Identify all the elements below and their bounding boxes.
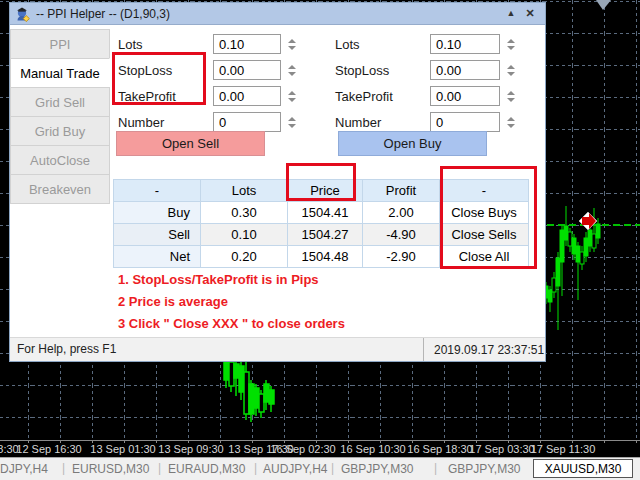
spinner-up-icon[interactable] — [288, 65, 296, 69]
window-title: -- PPI Helper -- (D1,90,3) — [36, 7, 170, 21]
note-close-orders: 3 Click " Close XXX " to close orders — [118, 316, 345, 331]
spinner-up-icon[interactable] — [507, 65, 515, 69]
sell-lots-label: Lots — [118, 37, 143, 52]
net-row-label: Net — [114, 246, 201, 268]
open-buy-button[interactable]: Open Buy — [338, 131, 487, 156]
spinner-down-icon[interactable] — [507, 72, 515, 76]
tab-separator: | — [158, 461, 161, 475]
symbol-tab-bar: DJPY,H4 | EURUSD,M30 | EURAUD,M30 | AUDJ… — [0, 457, 640, 480]
axis-tick-label: 17 Sep 11:30 — [531, 443, 596, 455]
sidebar-item-ppi[interactable]: PPI — [10, 29, 110, 59]
header-side: - — [114, 180, 201, 202]
sidebar-item-manual-trade[interactable]: Manual Trade — [10, 58, 110, 88]
buy-lots-value: 0.30 — [201, 202, 288, 224]
buy-stoploss-input[interactable] — [430, 60, 500, 80]
note-price-average: 2 Price is average — [118, 294, 228, 309]
symbol-tab-audjpy-h4[interactable]: AUDJPY,H4 — [263, 462, 327, 476]
spinner-up-icon[interactable] — [507, 117, 515, 121]
symbol-tab-djpy-h4[interactable]: DJPY,H4 — [0, 462, 48, 476]
buy-row-label: Buy — [114, 202, 201, 224]
symbol-tab-eurusd-m30[interactable]: EURUSD,M30 — [72, 462, 149, 476]
status-bar: For Help, press F1 2019.09.17 23:37:51 — [10, 337, 545, 361]
sell-number-stepper[interactable] — [286, 112, 298, 132]
buy-lots-input[interactable] — [430, 34, 500, 54]
sell-takeprofit-input[interactable] — [213, 86, 281, 106]
buy-stoploss-stepper[interactable] — [505, 60, 517, 80]
sell-profit-value: -4.90 — [363, 224, 440, 246]
tab-separator: | — [331, 461, 334, 475]
net-price-value: 1504.48 — [288, 246, 363, 268]
axis-tick-label: 16 Sep 18:30 — [407, 443, 472, 455]
axis-tick-label: 16 Sep 02:30 — [270, 443, 335, 455]
axis-tick-label: 16 Sep 10:30 — [340, 443, 405, 455]
sell-takeprofit-stepper[interactable] — [286, 86, 298, 106]
axis-tick-label: 17 Sep 03:30 — [469, 443, 534, 455]
close-buys-button[interactable]: Close Buys — [440, 202, 529, 224]
sidebar-item-breakeven[interactable]: Breakeven — [10, 174, 110, 204]
axis-tick-label: 13 Sep 09:30 — [158, 443, 223, 455]
buy-takeprofit-input[interactable] — [430, 86, 500, 106]
sell-row-label: Sell — [114, 224, 201, 246]
buy-number-label: Number — [335, 115, 381, 130]
symbol-tab-gbpjpy-m30[interactable]: GBPJPY,M30 — [341, 462, 413, 476]
header-profit: Profit — [363, 180, 440, 202]
note-stoploss-pips: 1. StopLoss/TakeProfit is in Pips — [118, 272, 319, 287]
sell-lots-stepper[interactable] — [286, 34, 298, 54]
spinner-down-icon[interactable] — [507, 124, 515, 128]
sell-number-input[interactable] — [213, 112, 281, 132]
sell-stoploss-input[interactable] — [213, 60, 281, 80]
minimize-button[interactable]: ▲ — [503, 5, 519, 21]
axis-tick-label: 12 Sep 16:30 — [16, 443, 81, 455]
sidebar-item-grid-buy[interactable]: Grid Buy — [10, 116, 110, 146]
net-profit-value: -2.90 — [363, 246, 440, 268]
spinner-up-icon[interactable] — [288, 91, 296, 95]
sell-stoploss-label: StopLoss — [118, 63, 172, 78]
symbol-tab-xauusd-m30-active[interactable]: XAUUSD,M30 — [533, 459, 633, 478]
spinner-up-icon[interactable] — [507, 91, 515, 95]
spinner-up-icon[interactable] — [507, 39, 515, 43]
help-status-text: For Help, press F1 — [17, 342, 116, 356]
tab-separator: | — [254, 461, 257, 475]
spinner-down-icon[interactable] — [288, 124, 296, 128]
close-sells-button[interactable]: Close Sells — [440, 224, 529, 246]
buy-takeprofit-label: TakeProfit — [335, 89, 393, 104]
header-lots: Lots — [201, 180, 288, 202]
spinner-down-icon[interactable] — [288, 72, 296, 76]
symbol-tab-gbpjpy-m30-2[interactable]: GBPJPY,M30 — [448, 462, 520, 476]
tab-separator: | — [62, 461, 65, 475]
sell-lots-input[interactable] — [213, 34, 281, 54]
ppi-helper-window: -- PPI Helper -- (D1,90,3) ▲ ✕ PPI Manua… — [9, 2, 546, 362]
buy-profit-value: 2.00 — [363, 202, 440, 224]
sidebar-item-autoclose[interactable]: AutoClose — [10, 145, 110, 175]
buy-number-stepper[interactable] — [505, 112, 517, 132]
buy-lots-stepper[interactable] — [505, 34, 517, 54]
expert-advisor-icon — [15, 6, 31, 22]
sell-takeprofit-label: TakeProfit — [118, 89, 176, 104]
buy-takeprofit-stepper[interactable] — [505, 86, 517, 106]
sell-stoploss-stepper[interactable] — [286, 60, 298, 80]
sidebar-item-grid-sell[interactable]: Grid Sell — [10, 87, 110, 117]
buy-number-input[interactable] — [430, 112, 500, 132]
spinner-down-icon[interactable] — [507, 46, 515, 50]
sell-lots-value: 0.10 — [201, 224, 288, 246]
open-sell-button[interactable]: Open Sell — [116, 131, 265, 156]
buy-price-value: 1504.41 — [288, 202, 363, 224]
sell-price-value: 1504.27 — [288, 224, 363, 246]
net-lots-value: 0.20 — [201, 246, 288, 268]
axis-tick-label: 13 Sep 01:30 — [90, 443, 155, 455]
sell-number-label: Number — [118, 115, 164, 130]
window-titlebar: -- PPI Helper -- (D1,90,3) ▲ ✕ — [10, 3, 545, 25]
close-button[interactable]: ✕ — [522, 5, 538, 21]
header-price: Price — [288, 180, 363, 202]
orders-table: - Lots Price Profit - Buy 0.30 1504.41 2… — [113, 179, 529, 268]
spinner-down-icon[interactable] — [288, 98, 296, 102]
buy-lots-label: Lots — [335, 37, 360, 52]
spinner-up-icon[interactable] — [288, 117, 296, 121]
tab-separator: | — [434, 461, 437, 475]
spinner-down-icon[interactable] — [288, 46, 296, 50]
spinner-up-icon[interactable] — [288, 39, 296, 43]
spinner-down-icon[interactable] — [507, 98, 515, 102]
buy-stoploss-label: StopLoss — [335, 63, 389, 78]
symbol-tab-euraud-m30[interactable]: EURAUD,M30 — [168, 462, 245, 476]
close-all-button[interactable]: Close All — [440, 246, 529, 268]
